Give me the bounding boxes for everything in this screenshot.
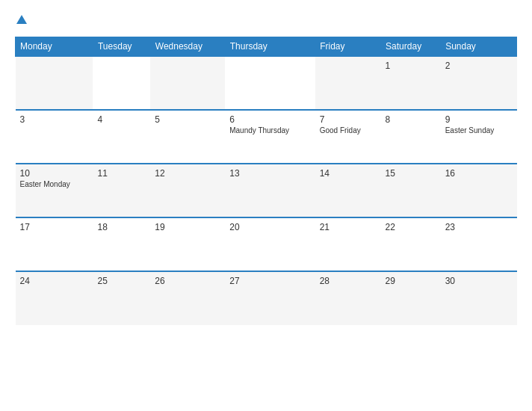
- calendar-cell: 28: [315, 271, 381, 325]
- day-number: 28: [320, 276, 377, 286]
- day-number: 14: [320, 168, 377, 179]
- day-number: 9: [445, 114, 513, 125]
- day-number: 11: [97, 168, 146, 179]
- day-number: 10: [20, 168, 89, 179]
- day-number: 19: [155, 222, 220, 232]
- calendar-table: MondayTuesdayWednesdayThursdayFridaySatu…: [15, 37, 517, 325]
- calendar-cell: 26: [150, 271, 225, 325]
- calendar-cell: 4: [93, 110, 150, 164]
- weekday-header: Monday: [16, 37, 93, 57]
- day-event: Easter Monday: [20, 180, 89, 188]
- day-number: 16: [445, 168, 513, 179]
- day-event: Good Friday: [320, 126, 377, 135]
- day-number: 15: [386, 168, 436, 179]
- weekday-header: Friday: [315, 37, 381, 57]
- day-event: Maundy Thursday: [229, 126, 310, 135]
- weekday-header: Sunday: [441, 37, 517, 57]
- calendar-cell: 5: [150, 110, 225, 164]
- weekday-header-row: MondayTuesdayWednesdayThursdayFridaySatu…: [16, 37, 517, 57]
- day-number: 29: [386, 276, 436, 286]
- day-number: 4: [97, 114, 146, 125]
- calendar-cell: 7Good Friday: [315, 110, 381, 164]
- day-number: 12: [155, 168, 220, 179]
- calendar-cell: [93, 56, 150, 110]
- day-number: 18: [97, 222, 146, 232]
- day-event: Easter Sunday: [445, 126, 513, 135]
- calendar-cell: 17: [16, 217, 93, 271]
- day-number: 3: [20, 114, 89, 125]
- day-number: 26: [155, 276, 220, 286]
- day-number: 25: [97, 276, 146, 286]
- calendar-cell: [150, 56, 225, 110]
- calendar-cell: 2: [441, 56, 517, 110]
- calendar-cell: 13: [225, 164, 315, 217]
- calendar-cell: [315, 56, 381, 110]
- weekday-header: Thursday: [225, 37, 315, 57]
- calendar-cell: 27: [225, 271, 315, 325]
- logo: [15, 15, 27, 25]
- calendar-cell: [16, 56, 93, 110]
- calendar-cell: 8: [381, 110, 441, 164]
- weekday-header: Wednesday: [150, 37, 225, 57]
- calendar-cell: 24: [16, 271, 93, 325]
- day-number: 20: [229, 222, 310, 232]
- day-number: 2: [445, 61, 513, 71]
- calendar-cell: 15: [381, 164, 441, 217]
- calendar-cell: 3: [16, 110, 93, 164]
- calendar-cell: 20: [225, 217, 315, 271]
- day-number: 8: [386, 114, 436, 125]
- calendar-cell: 16: [441, 164, 517, 217]
- calendar-cell: 22: [381, 217, 441, 271]
- logo-triangle-icon: [16, 15, 27, 24]
- calendar-cell: 19: [150, 217, 225, 271]
- day-number: 21: [320, 222, 377, 232]
- day-number: 7: [320, 114, 377, 125]
- calendar-week-row: 12: [16, 56, 517, 110]
- calendar-week-row: 24252627282930: [16, 271, 517, 325]
- day-number: 17: [20, 222, 89, 232]
- calendar-cell: 30: [441, 271, 517, 325]
- calendar-week-row: 17181920212223: [16, 217, 517, 271]
- calendar-cell: 11: [93, 164, 150, 217]
- calendar-cell: 12: [150, 164, 225, 217]
- day-number: 27: [229, 276, 310, 286]
- calendar-cell: 14: [315, 164, 381, 217]
- calendar-cell: [225, 56, 315, 110]
- day-number: 22: [386, 222, 436, 232]
- day-number: 24: [20, 276, 89, 286]
- calendar-page: MondayTuesdayWednesdayThursdayFridaySatu…: [0, 0, 532, 411]
- calendar-cell: 21: [315, 217, 381, 271]
- calendar-cell: 1: [381, 56, 441, 110]
- day-number: 30: [445, 276, 513, 286]
- calendar-week-row: 10Easter Monday111213141516: [16, 164, 517, 217]
- day-number: 23: [445, 222, 513, 232]
- calendar-week-row: 3456Maundy Thursday7Good Friday89Easter …: [16, 110, 517, 164]
- day-number: 13: [229, 168, 310, 179]
- weekday-header: Saturday: [381, 37, 441, 57]
- calendar-cell: 29: [381, 271, 441, 325]
- calendar-cell: 10Easter Monday: [16, 164, 93, 217]
- weekday-header: Tuesday: [93, 37, 150, 57]
- header: [15, 15, 517, 25]
- day-number: 1: [386, 61, 436, 71]
- day-number: 6: [229, 114, 310, 125]
- calendar-cell: 9Easter Sunday: [441, 110, 517, 164]
- calendar-cell: 6Maundy Thursday: [225, 110, 315, 164]
- day-number: 5: [155, 114, 220, 125]
- calendar-cell: 18: [93, 217, 150, 271]
- calendar-cell: 23: [441, 217, 517, 271]
- calendar-cell: 25: [93, 271, 150, 325]
